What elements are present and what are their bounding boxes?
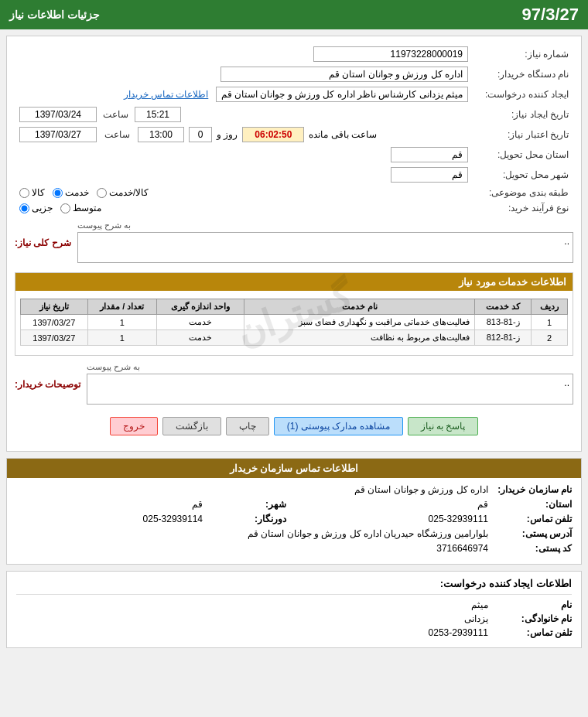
col-name: نام خدمت — [244, 299, 475, 315]
ostan-box: قم — [391, 147, 468, 162]
cell-tarikh: 1397/03/27 — [21, 315, 88, 330]
info-table: شماره نیاز: 11973228000019 نام دستگاه خر… — [15, 44, 573, 216]
ostan-value: قم — [15, 145, 473, 165]
sharh-koli-label-col: شرح کلی نیاز: — [15, 220, 71, 268]
page-title: جزئیات اطلاعات نیاز — [9, 9, 100, 21]
radio-khedmat[interactable]: خدمت — [53, 187, 89, 198]
tavsif-content: به شرح پیوست .. — [87, 362, 573, 409]
tarikh-ijad-label: تاریخ ایجاد نیاز: — [473, 104, 573, 125]
dastgah-value: اداره کل ورزش و جوانان استان قم — [15, 64, 473, 84]
tabaqe-label: طبقه بندی موضوعی: — [473, 185, 573, 200]
cell-tedad: 1 — [87, 315, 156, 330]
tarikh-etebar-value: 1397/03/27 ساعت 13:00 0 روز و 06:02:50 س… — [15, 125, 473, 145]
contact-telefon-value: 025-32939111 — [302, 514, 494, 524]
radio-kala-khedmat-label: کالا/خدمت — [109, 187, 149, 198]
col-kod: کد خدمت — [475, 299, 532, 315]
cell-radif: 2 — [531, 330, 567, 346]
shomare-row: شماره نیاز: 11973228000019 — [15, 44, 573, 64]
saat-value: 06:02:50 — [242, 127, 304, 142]
farayand-label: نوع فرآیند خرید: — [473, 200, 573, 216]
tarikh-etebar-row: تاریخ اعتبار نیاز: 1397/03/27 ساعت 13:00… — [15, 125, 573, 145]
contact-nam-row: نام سازمان خریدار: اداره کل ورزش و جوانا… — [16, 484, 572, 495]
tabaqe-row: طبقه بندی موضوعی: کالا خدمت کالا/خدمت — [15, 185, 573, 200]
cell-name: فعالیت‌های خدماتی مراقبت و نگهداری فضای … — [244, 315, 475, 330]
ijad-value: میثم یزدانی کارشناس ناظر اداره کل ورزش و… — [15, 84, 473, 104]
services-tbody: 1 ز-81-813 فعالیت‌های خدماتی مراقبت و نگ… — [21, 315, 568, 346]
shomare-value: 11973228000019 — [15, 44, 473, 64]
radio-jozii[interactable]: جزیی — [19, 203, 53, 213]
radio-kala-khedmat-input[interactable] — [97, 188, 107, 198]
tavsif-section: به شرح پیوست .. توصیحات خریدار: — [15, 362, 573, 409]
ettelaat-link[interactable]: اطلاعات تماس خریدار — [124, 89, 209, 100]
col-radif: ردیف — [531, 299, 567, 315]
services-inner: ردیف کد خدمت نام خدمت واحد اندازه گیری ت… — [15, 294, 573, 355]
contact-telefon-label: تلفن تماس: — [494, 514, 572, 524]
cell-name: فعالیت‌های مربوط به نظافت — [244, 330, 475, 346]
cell-kod: ز-81-813 — [475, 315, 532, 330]
tarikh-ijad-time: 15:21 — [135, 107, 181, 122]
services-header-row: ردیف کد خدمت نام خدمت واحد اندازه گیری ت… — [21, 299, 568, 315]
tavsif-label-col: توصیحات خریدار: — [15, 362, 80, 409]
contact-section: اطلاعات تماس سازمان خریدار نام سازمان خر… — [6, 458, 582, 565]
sharh-koli-content: به شرح پیوست .. — [77, 220, 573, 268]
ijad-box: میثم یزدانی کارشناس ناظر اداره کل ورزش و… — [216, 87, 468, 102]
shomare-box: 11973228000019 — [313, 46, 468, 62]
main-info-section: شماره نیاز: 11973228000019 نام دستگاه خر… — [6, 36, 582, 452]
sharh-peyvast-label: به شرح پیوست — [77, 220, 131, 230]
ijad-label: ایجاد کننده درخواست: — [473, 84, 573, 104]
services-table: ردیف کد خدمت نام خدمت واحد اندازه گیری ت… — [20, 299, 568, 346]
creator-telefon-value: 0253-2939111 — [16, 627, 494, 638]
contact-shahr-label: شهر: — [209, 499, 286, 510]
tavsif-label: توصیحات خریدار: — [15, 379, 80, 390]
tavsif-peyvast-row: به شرح پیوست — [87, 362, 573, 372]
cell-radif: 1 — [531, 315, 567, 330]
radio-kala[interactable]: کالا — [19, 187, 45, 198]
pasokh-button[interactable]: پاسخ به نیاز — [408, 417, 479, 435]
contact-telefon-row: تلفن تماس: 025-32939111 دورنگار: 025-329… — [16, 514, 572, 524]
tavsif-textarea: .. — [87, 374, 573, 405]
radio-kala-khedmat[interactable]: کالا/خدمت — [97, 187, 149, 198]
ostan-label: استان محل تحویل: — [473, 145, 573, 165]
radio-jozii-input[interactable] — [19, 203, 29, 213]
rooz-label: روز و — [217, 129, 238, 140]
tarikh-etebar-time: 13:00 — [138, 127, 184, 142]
creator-title: اطلاعات ایجاد کننده درخواست: — [16, 578, 572, 589]
contact-nam-label: نام سازمان خریدار: — [494, 484, 572, 495]
cell-kod: ز-81-812 — [475, 330, 532, 346]
chap-button[interactable]: چاپ — [226, 417, 269, 435]
peyvast-label-row: به شرح پیوست — [77, 220, 573, 230]
radio-kala-input[interactable] — [19, 188, 29, 198]
khoruj-button[interactable]: خروج — [110, 417, 158, 435]
contact-body: نام سازمان خریدار: اداره کل ورزش و جوانا… — [7, 478, 581, 564]
creator-family-value: یزدانی — [16, 613, 494, 624]
radio-mottavasset-input[interactable] — [60, 203, 70, 213]
sharh-koli-textarea: .. — [77, 232, 573, 263]
shomare-label: شماره نیاز: — [473, 44, 573, 64]
ostan-row: استان محل تحویل: قم — [15, 145, 573, 165]
tarikh-ijad-date: 1397/03/24 — [19, 107, 97, 122]
tarikh-ijad-value: 1397/03/24 ساعت 15:21 — [15, 104, 473, 125]
shahr-box: قم — [391, 167, 468, 183]
shahr-row: شهر محل تحویل: قم — [15, 165, 573, 185]
shahr-value: قم — [15, 165, 473, 185]
contact-adres-value: بلوارامین ورزشگاه حیدریان اداره کل ورزش … — [16, 528, 494, 539]
mosha-button[interactable]: مشاهده مدارک پیوستی (1) — [274, 417, 403, 435]
creator-nam-label: نام — [494, 599, 572, 610]
top-date: 97/3/27 — [522, 5, 579, 25]
tarikh-ijad-row: تاریخ ایجاد نیاز: 1397/03/24 ساعت 15:21 — [15, 104, 573, 125]
tarikh-etebar-saat-label: ساعت — [104, 129, 130, 140]
col-tarikh: تاریخ نیاز — [21, 299, 88, 315]
top-bar: 97/3/27 جزئیات اطلاعات نیاز — [0, 0, 588, 29]
farayand-row: نوع فرآیند خرید: جزیی متوسط — [15, 200, 573, 216]
col-tedad: تعداد / مقدار — [87, 299, 156, 315]
bazgasht-button[interactable]: بازگشت — [162, 417, 221, 435]
table-row: 2 ز-81-812 فعالیت‌های مربوط به نظافت خدم… — [21, 330, 568, 346]
radio-khedmat-label: خدمت — [65, 187, 89, 198]
tavsif-value: .. — [564, 377, 569, 388]
radio-mottavasset[interactable]: متوسط — [60, 203, 101, 213]
contact-dournegar-value: 025-32939114 — [16, 514, 209, 524]
radio-jozii-label: جزیی — [32, 203, 53, 213]
col-vahed: واحد اندازه گیری — [156, 299, 244, 315]
creator-nam-row: نام میثم — [16, 599, 572, 610]
radio-khedmat-input[interactable] — [53, 188, 63, 198]
